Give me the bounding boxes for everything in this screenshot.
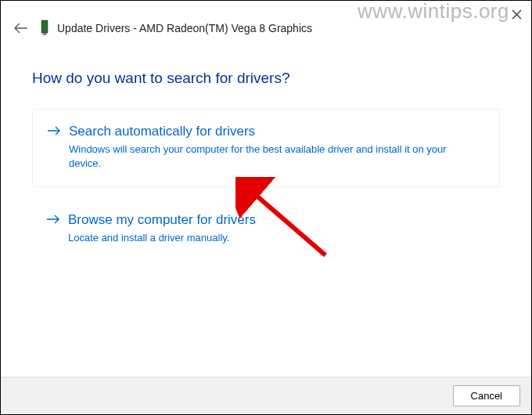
dialog-footer: Cancel [1,377,531,414]
option-title: Browse my computer for drivers [68,212,256,228]
prompt-heading: How do you want to search for drivers? [32,70,500,87]
svg-rect-0 [41,20,48,33]
browse-computer-option[interactable]: Browse my computer for drivers Locate an… [32,209,500,248]
back-button[interactable] [10,17,32,39]
main-content: How do you want to search for drivers? S… [1,45,531,249]
device-icon [38,20,51,37]
svg-rect-1 [43,33,47,35]
option-description: Locate and install a driver manually. [68,231,256,245]
cancel-button[interactable]: Cancel [453,385,520,406]
arrow-left-icon [14,23,28,34]
arrow-right-icon [47,125,61,139]
option-text: Browse my computer for drivers Locate an… [68,212,256,245]
option-description: Windows will search your computer for th… [69,143,476,171]
watermark-text: www.wintips.org [358,0,509,23]
arrow-right-icon [46,214,60,228]
close-icon [512,9,522,20]
option-text: Search automatically for drivers Windows… [69,124,476,171]
search-automatically-option[interactable]: Search automatically for drivers Windows… [32,109,500,187]
close-button[interactable] [508,5,525,23]
option-title: Search automatically for drivers [69,124,476,139]
window-title: Update Drivers - AMD Radeon(TM) Vega 8 G… [57,22,519,34]
